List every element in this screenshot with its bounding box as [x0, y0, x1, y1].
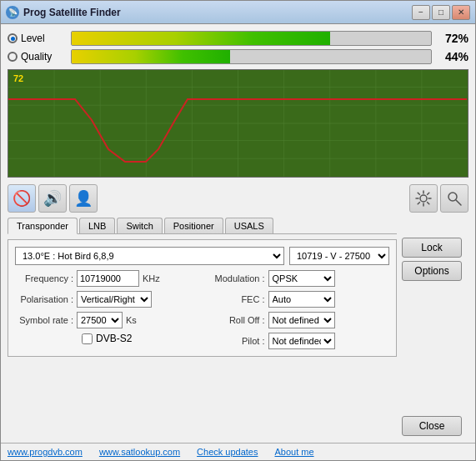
satlookup-link[interactable]: www.satlookup.com — [99, 447, 180, 457]
form-grid: Frequency : KHz Polarisation : Vertical/… — [15, 270, 389, 349]
window-title: Prog Satellite Finder — [23, 7, 412, 18]
transponder-selects-row: 13.0°E : Hot Bird 6,8,9 10719 - V - 2750… — [15, 247, 389, 265]
person-icon: 👤 — [74, 189, 93, 208]
graph-label: 72 — [13, 73, 23, 83]
settings-icon — [415, 190, 432, 207]
rolloff-row: Roll Off : Not defined — [207, 312, 390, 328]
speaker-icon: 🔊 — [43, 189, 62, 208]
level-radio-dot[interactable] — [8, 33, 18, 43]
polarisation-label: Polarisation : — [15, 294, 73, 304]
left-panel: Transponder LNB Switch Positioner USALS … — [8, 218, 397, 436]
app-icon: 📡 — [6, 6, 19, 19]
dvbs2-label: DVB-S2 — [96, 333, 132, 344]
frequency-row: Frequency : KHz — [15, 270, 198, 287]
level-value: 72% — [437, 32, 468, 45]
titlebar: 📡 Prog Satellite Finder − □ ✕ — [1, 1, 475, 24]
tabs-and-controls: Transponder LNB Switch Positioner USALS … — [8, 218, 468, 436]
tab-usals[interactable]: USALS — [225, 218, 273, 233]
modulation-select[interactable]: QPSK — [268, 270, 335, 287]
symbolrate-unit: Ks — [126, 315, 137, 325]
close-button[interactable]: Close — [402, 416, 462, 436]
quality-label: Quality — [21, 51, 52, 63]
search-icon — [446, 190, 463, 207]
mute-icon: 🚫 — [13, 189, 31, 208]
graph-grid-svg — [8, 70, 468, 177]
toolbar-right — [409, 184, 468, 213]
tab-transponder[interactable]: Transponder — [8, 218, 78, 234]
check-updates-link[interactable]: Check updates — [197, 447, 258, 457]
level-bar-container — [71, 31, 432, 46]
toolbar-left: 🚫 🔊 👤 — [8, 184, 98, 213]
maximize-button[interactable]: □ — [432, 5, 450, 20]
rolloff-label: Roll Off : — [207, 315, 265, 325]
modulation-label: Modulation : — [207, 273, 265, 283]
tab-bar: Transponder LNB Switch Positioner USALS — [8, 218, 397, 234]
quality-value: 44% — [437, 50, 468, 63]
about-me-link[interactable]: About me — [274, 447, 313, 457]
tab-positioner[interactable]: Positioner — [164, 218, 223, 233]
main-window: 📡 Prog Satellite Finder − □ ✕ Level 72% — [0, 0, 476, 461]
satellite-select[interactable]: 13.0°E : Hot Bird 6,8,9 — [15, 247, 284, 265]
level-radio[interactable]: Level — [8, 33, 66, 44]
rolloff-select[interactable]: Not defined — [268, 312, 335, 328]
frequency-input[interactable] — [77, 270, 139, 287]
polarisation-row: Polarisation : Vertical/Right — [15, 291, 198, 308]
toolbar-row: 🚫 🔊 👤 — [8, 184, 468, 213]
quality-radio-dot[interactable] — [8, 52, 18, 62]
meter-section: Level 72% Quality 44% — [8, 31, 468, 64]
person-button[interactable]: 👤 — [69, 184, 98, 213]
symbolrate-row: Symbol rate : 27500 Ks — [15, 312, 198, 328]
level-row: Level 72% — [8, 31, 468, 46]
signal-graph: 72 — [8, 69, 468, 178]
tab-switch[interactable]: Switch — [117, 218, 162, 233]
quality-bar-fill — [72, 50, 230, 63]
dvbs2-checkbox[interactable] — [82, 333, 93, 344]
quality-radio[interactable]: Quality — [8, 51, 66, 63]
speaker-button[interactable]: 🔊 — [38, 184, 67, 213]
frequency-select[interactable]: 10719 - V - 27500 — [289, 247, 389, 265]
tab-lnb[interactable]: LNB — [79, 218, 115, 233]
dvbs2-row: DVB-S2 — [82, 333, 198, 344]
polarisation-select[interactable]: Vertical/Right — [77, 291, 152, 308]
quality-bar-container — [71, 49, 432, 64]
footer-bar: www.progdvb.com www.satlookup.com Check … — [1, 443, 475, 460]
right-panel: Lock Options Close — [402, 218, 468, 436]
level-bar-fill — [72, 32, 330, 45]
modulation-row: Modulation : QPSK — [207, 270, 390, 287]
titlebar-buttons: − □ ✕ — [412, 5, 470, 20]
form-right: Modulation : QPSK FEC : Auto — [207, 270, 390, 349]
level-label: Level — [21, 33, 45, 44]
options-button[interactable]: Options — [402, 261, 462, 281]
symbolrate-label: Symbol rate : — [15, 315, 73, 325]
lock-button[interactable]: Lock — [402, 238, 462, 258]
minimize-button[interactable]: − — [412, 5, 430, 20]
close-window-button[interactable]: ✕ — [452, 5, 470, 20]
settings-button[interactable] — [409, 184, 438, 213]
pilot-label: Pilot : — [207, 336, 265, 346]
frequency-label: Frequency : — [15, 273, 73, 283]
mute-button[interactable]: 🚫 — [8, 184, 36, 213]
transponder-panel: 13.0°E : Hot Bird 6,8,9 10719 - V - 2750… — [8, 239, 397, 357]
quality-row: Quality 44% — [8, 49, 468, 64]
main-content: Level 72% Quality 44% 72 — [1, 24, 475, 443]
progdvb-link[interactable]: www.progdvb.com — [8, 447, 83, 457]
search-button[interactable] — [440, 184, 468, 213]
fec-row: FEC : Auto — [207, 291, 390, 308]
fec-label: FEC : — [207, 294, 265, 304]
fec-select[interactable]: Auto — [268, 291, 335, 308]
form-left: Frequency : KHz Polarisation : Vertical/… — [15, 270, 198, 349]
pilot-select[interactable]: Not definded — [268, 333, 335, 349]
frequency-unit: KHz — [143, 273, 160, 283]
svg-line-15 — [456, 200, 461, 205]
pilot-row: Pilot : Not definded — [207, 333, 390, 349]
symbolrate-select[interactable]: 27500 — [77, 312, 123, 328]
